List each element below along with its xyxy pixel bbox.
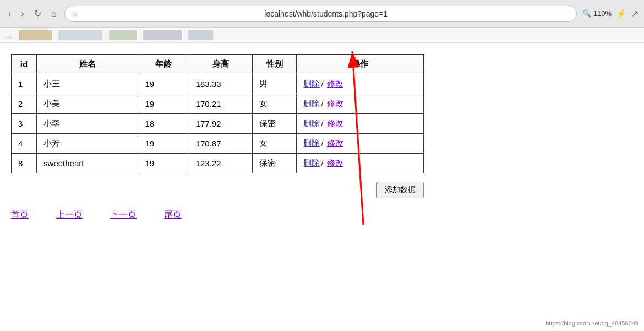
cell-action: 删除/ 修改 (297, 134, 424, 154)
action-separator: / (321, 99, 325, 108)
forward-button[interactable]: › (18, 8, 26, 20)
page-content: id 姓名 年龄 身高 性别 操作 1 小王 19 183.33 男 删除/ 修… (0, 43, 644, 331)
modify-link[interactable]: 修改 (327, 79, 343, 88)
cell-action: 删除/ 修改 (297, 74, 424, 94)
delete-link[interactable]: 删除 (303, 138, 320, 148)
cell-height: 170.21 (189, 94, 252, 114)
action-separator: / (321, 138, 325, 148)
cell-action: 删除/ 修改 (297, 114, 424, 134)
prev-page-link[interactable]: 上一页 (56, 209, 83, 221)
nav-buttons: ‹ › ↻ ⌂ (6, 7, 59, 20)
delete-link[interactable]: 删除 (303, 118, 320, 128)
add-btn-area: 添加数据 (11, 182, 424, 198)
cell-age: 19 (138, 154, 189, 173)
action-separator: / (321, 79, 325, 88)
cell-height: 123.22 (189, 154, 252, 173)
col-header-id: id (12, 55, 37, 74)
modify-link[interactable]: 修改 (327, 158, 343, 167)
cell-name: 小美 (37, 94, 138, 114)
zoom-level: 🔍 110% (582, 9, 612, 18)
cell-gender: 女 (252, 94, 297, 114)
cell-id: 4 (12, 134, 37, 154)
cell-gender: 保密 (252, 154, 297, 173)
cell-height: 183.33 (189, 74, 252, 94)
cell-age: 19 (138, 74, 189, 94)
table-row: 2 小美 19 170.21 女 删除/ 修改 (12, 94, 424, 114)
col-header-age: 年龄 (138, 55, 189, 74)
cell-gender: 女 (252, 134, 297, 154)
table-header-row: id 姓名 年龄 身高 性别 操作 (12, 55, 424, 74)
lightning-icon[interactable]: ⚡ (616, 8, 627, 19)
table-row: 8 sweetheart 19 123.22 保密 删除/ 修改 (12, 154, 424, 173)
cell-name: sweetheart (37, 154, 138, 173)
action-separator: / (321, 158, 325, 167)
watermark: https://blog.csdn.net/qq_48456049 (545, 320, 638, 327)
bookmark-placeholder-3 (109, 30, 137, 40)
cell-age: 19 (138, 94, 189, 114)
col-header-action: 操作 (297, 55, 424, 74)
back-button[interactable]: ‹ (6, 8, 14, 20)
cell-id: 3 (12, 114, 37, 134)
bookmark-placeholder-1 (19, 30, 52, 40)
cell-age: 19 (138, 134, 189, 154)
modify-link[interactable]: 修改 (327, 118, 343, 128)
cell-name: 小芳 (37, 134, 138, 154)
cell-name: 小李 (37, 114, 138, 134)
home-button[interactable]: ⌂ (48, 8, 59, 20)
pagination: 首页 上一页 下一页 尾页 (11, 209, 633, 221)
address-bar-container: ☆ (64, 6, 577, 22)
add-data-button[interactable]: 添加数据 (376, 182, 424, 198)
cell-id: 1 (12, 74, 37, 94)
star-icon[interactable]: ☆ (72, 9, 79, 18)
cell-action: 删除/ 修改 (297, 154, 424, 173)
col-header-name: 姓名 (37, 55, 138, 74)
cell-height: 170.87 (189, 134, 252, 154)
last-page-link[interactable]: 尾页 (164, 209, 182, 221)
bookmark-dots: ... (6, 31, 12, 40)
delete-link[interactable]: 删除 (303, 79, 320, 88)
table-row: 3 小李 18 177.92 保密 删除/ 修改 (12, 114, 424, 134)
delete-link[interactable]: 删除 (303, 99, 320, 108)
bookmark-placeholder-4 (143, 30, 182, 40)
cell-age: 18 (138, 114, 189, 134)
bookmarks-bar: ... (0, 28, 644, 43)
cell-id: 8 (12, 154, 37, 173)
col-header-height: 身高 (189, 55, 252, 74)
browser-chrome: ‹ › ↻ ⌂ ☆ 🔍 110% ⚡ ↗ (0, 0, 644, 28)
next-page-link[interactable]: 下一页 (110, 209, 137, 221)
cell-gender: 男 (252, 74, 297, 94)
share-icon[interactable]: ↗ (631, 8, 638, 19)
refresh-button[interactable]: ↻ (31, 7, 44, 20)
modify-link[interactable]: 修改 (327, 138, 343, 148)
students-table: id 姓名 年龄 身高 性别 操作 1 小王 19 183.33 男 删除/ 修… (11, 54, 424, 173)
cell-action: 删除/ 修改 (297, 94, 424, 114)
address-input[interactable] (82, 9, 570, 18)
col-header-gender: 性别 (252, 55, 297, 74)
action-separator: / (321, 118, 325, 128)
cell-id: 2 (12, 94, 37, 114)
modify-link[interactable]: 修改 (327, 99, 343, 108)
table-row: 1 小王 19 183.33 男 删除/ 修改 (12, 74, 424, 94)
first-page-link[interactable]: 首页 (11, 209, 29, 221)
bookmark-placeholder-5 (188, 30, 213, 40)
cell-height: 177.92 (189, 114, 252, 134)
table-row: 4 小芳 19 170.87 女 删除/ 修改 (12, 134, 424, 154)
delete-link[interactable]: 删除 (303, 158, 320, 167)
cell-gender: 保密 (252, 114, 297, 134)
browser-right: 🔍 110% ⚡ ↗ (582, 8, 638, 19)
bookmark-placeholder-2 (58, 30, 102, 40)
cell-name: 小王 (37, 74, 138, 94)
